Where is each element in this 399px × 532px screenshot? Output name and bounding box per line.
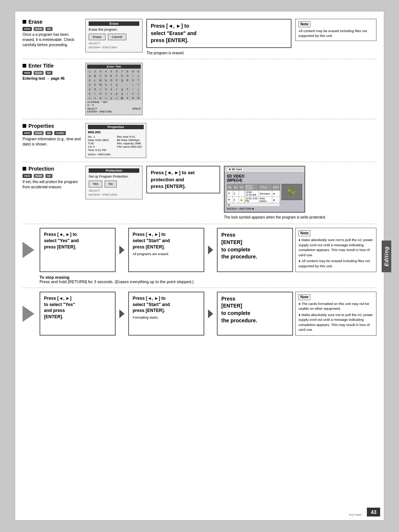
arrow-1-icon [118, 228, 126, 272]
arrow-2-icon [207, 228, 215, 272]
bullet-icon-2 [23, 64, 26, 68]
format-flow: Press [◄, ►] to select "Yes" and press [… [23, 292, 376, 336]
prop-badge-sd: SD [45, 131, 52, 135]
stop-erasing-note: To stop erasing Press and hold [RETURN] … [23, 275, 376, 284]
erase-screen-body: Erase this program. [89, 27, 139, 32]
enter-title-instruction: Entering text → page 46 [23, 76, 82, 80]
prot-screen-title: Protection [89, 168, 139, 173]
format-note: Note The cards formatted on this unit ma… [295, 292, 376, 336]
format-note-1: The cards formatted on this unit may not… [299, 301, 373, 311]
sd-card-badge: ⊕ SD Card [227, 167, 244, 172]
left-arrow-icon [23, 242, 34, 258]
format-step3-box: Press [ENTER] to complete the procedure. [217, 292, 293, 336]
et-screen-header: Enter Title [87, 65, 141, 69]
rqt-code: RQT6986 [349, 513, 362, 516]
protection-description: If set, this will protect the program fr… [23, 179, 82, 190]
format-note-2: Make absolutely sure not to pull the AC … [299, 312, 373, 332]
erase-note: Note All content may be erased including… [295, 19, 376, 41]
erase-step3-box: Press [ENTER] to complete the procedure. [217, 228, 293, 272]
erase-note-text: All content may be erased including file… [299, 28, 373, 38]
erase-result: The program is erased. [146, 51, 291, 55]
page-number: 43 [367, 508, 380, 516]
format-arrow-2-icon [207, 292, 215, 336]
prop-badge-hdd: HDD [23, 131, 32, 135]
format-arrow-1-icon [118, 292, 126, 336]
erase-all-note: Note Make absolutely sure not to pull th… [295, 228, 376, 272]
et-badge-ram: RAM [34, 71, 43, 75]
properties-section: Properties HDD RAM SD CARD Program infor… [23, 123, 376, 158]
prot-screen-body: Set up Program Protection. [89, 174, 139, 179]
sd-thumbnail: 🦖 [282, 184, 302, 200]
bullet-icon-4 [23, 167, 26, 171]
erase-section: Erase HDD RAM SD Once a a program has be… [23, 19, 376, 55]
prop-model: MDL002 [88, 130, 144, 134]
prop-badge-ram: RAM [34, 131, 43, 135]
bullet-icon [23, 20, 26, 24]
prot-badge-ram: RAM [34, 174, 43, 178]
prop-badge-card: CARD [54, 131, 66, 135]
badge-ram: RAM [34, 27, 43, 31]
prot-instruction: Press [◄, ►] to set protection and press… [146, 166, 220, 193]
format-step1-box: Press [◄, ►] to select "Yes" and press [… [40, 292, 116, 336]
format-step2-box: Press [◄, ►] to select "Start" and press… [128, 292, 204, 336]
badge-sd: SD [45, 27, 52, 31]
properties-title: Properties [28, 123, 54, 129]
et-badge-hdd: HDD [23, 71, 32, 75]
erase-step1-box: Press [◄, ►] to select "Yes" and press [… [40, 228, 116, 272]
prop-screen-title: Properties [88, 125, 144, 129]
erase-description: Once a a program has been erased, it is … [23, 32, 82, 48]
erase-instruction: Press [◄, ►] to select "Erase" and press… [146, 19, 291, 48]
yes-btn[interactable]: Yes [89, 181, 102, 188]
enter-title-label: Enter Title [28, 63, 54, 69]
left-arrow-2-icon [23, 306, 34, 322]
sd-video-label: SD VIDEO(MPEG4) [227, 174, 302, 182]
editing-tab: Editing [382, 240, 391, 272]
erase-step2-box: Press [◄, ►] to select "Start" and press… [128, 228, 204, 272]
no-btn[interactable]: No [105, 181, 117, 188]
sd-screen: ⊕ SD Card SD VIDEO(MPEG4) No. No. OK [224, 166, 305, 213]
prot-badge-sd: SD [45, 174, 52, 178]
cancel-btn[interactable]: Cancel [108, 34, 126, 41]
et-badge-sd: SD [45, 71, 52, 75]
protection-section: Protection HDD RAM SD If set, this will … [23, 166, 376, 220]
badge-hdd: HDD [23, 27, 32, 31]
bullet-icon-3 [23, 124, 26, 128]
enter-title-section: Enter Title HDD RAM SD Entering text → p… [23, 63, 376, 116]
erase-all-flow: Press [◄, ►] to select "Yes" and press [… [23, 228, 376, 272]
properties-description: Program information (e.g., time and date… [23, 137, 82, 147]
erase-note-1: Make absolutely sure not to pull the AC … [299, 237, 373, 257]
erase-btn[interactable]: Erase [89, 34, 106, 41]
erase-title: Erase [28, 19, 42, 25]
erase-note-2: All content may be erased including file… [299, 258, 373, 268]
prot-badge-hdd: HDD [23, 174, 32, 178]
erase-screen-title: Erase [89, 21, 139, 26]
protection-title: Protection [28, 166, 54, 172]
lock-note: The lock symbol appears when the program… [224, 215, 376, 220]
